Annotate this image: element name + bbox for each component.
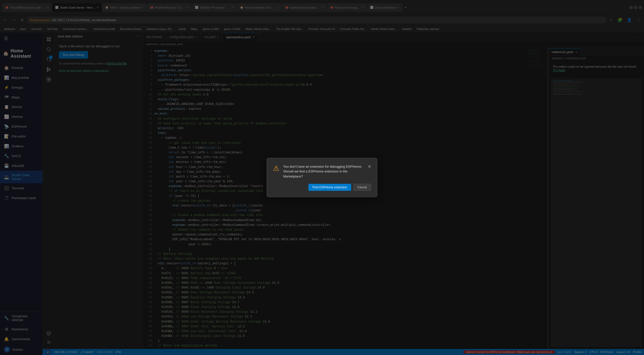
modal-header: ⚠ You don't have an extension for debugg…	[273, 164, 371, 179]
modal-close-button[interactable]: ✕	[368, 164, 371, 169]
modal-overlay[interactable]: ⚠ You don't have an extension for debugg…	[0, 0, 644, 355]
modal-buttons: Find ESPHome extension Cancel	[273, 184, 371, 191]
extension-modal: ⚠ You don't have an extension for debugg…	[267, 158, 377, 197]
modal-title-text: You don't have an extension for debuggin…	[283, 164, 364, 179]
cancel-modal-button[interactable]: Cancel	[353, 184, 371, 191]
find-extension-button[interactable]: Find ESPHome extension	[308, 184, 351, 191]
modal-warning-icon: ⚠	[273, 164, 279, 172]
